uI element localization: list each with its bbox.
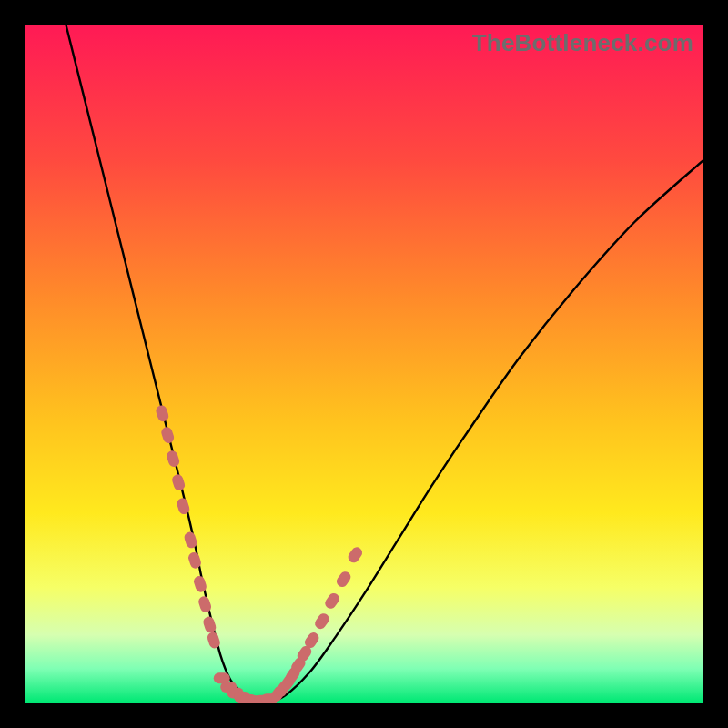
marker-capsule [160,426,176,445]
marker-capsule [335,570,353,590]
plot-area: TheBottleneck.com [25,25,703,703]
marker-group [155,404,365,703]
bottleneck-curve [66,25,703,702]
marker-capsule [171,473,187,492]
outer-frame: TheBottleneck.com [0,0,728,728]
marker-capsule [155,404,170,423]
marker-capsule [166,450,181,469]
chart-svg [25,25,703,703]
marker-capsule [313,612,331,632]
marker-capsule [323,592,341,612]
marker-capsule [346,545,364,565]
